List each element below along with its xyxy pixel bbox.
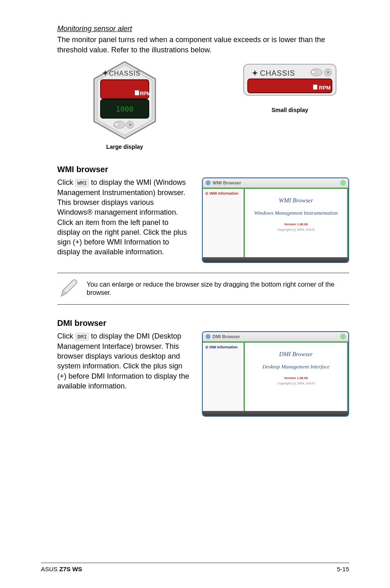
wmi-text: Click WMI to display the WMI (Windows Ma… [57,177,191,263]
footer-page-number: 5-15 [337,566,349,572]
svg-text:✦: ✦ [252,69,258,77]
sensor-alert-desc: The monitor panel turns red when a compo… [57,35,349,55]
svg-rect-2 [135,90,139,95]
svg-text:CHASSIS: CHASSIS [260,69,295,77]
wmi-right-title: WMI Browser [248,197,344,204]
svg-text:1000: 1000 [116,105,133,113]
dmi-text-after: to display the DMI (Desktop Management I… [57,332,189,390]
dmi-version: Version 1.00.00 [248,376,344,380]
svg-text:✦: ✦ [102,69,108,77]
note-section: You can enlarge or reduce the browser si… [57,273,349,305]
dmi-left-panel[interactable]: ⊞ DMI Information [203,343,244,411]
svg-rect-15 [312,71,316,73]
svg-text:✕: ✕ [128,122,132,127]
svg-rect-6 [114,123,119,126]
svg-text:RPM: RPM [319,85,331,91]
note-text: You can enlarge or reduce the browser si… [87,281,347,298]
wmi-window-footer[interactable] [203,257,348,262]
wmi-text-after: to display the WMI (Windows Management I… [57,178,187,256]
close-icon[interactable] [340,180,346,186]
dmi-window-titlebar: DMI Browser [203,332,348,341]
svg-rect-20 [313,85,317,90]
dmi-window-footer[interactable] [203,411,348,416]
close-icon[interactable] [340,334,346,339]
pencil-icon [59,279,78,298]
large-display-block: RPM 1000 ✕ ✦ CHASSIS Large display [90,59,159,150]
svg-point-21 [206,180,211,185]
footer-left: ASUS Z7S WS [41,566,82,572]
wmi-right-subtitle: Windows Management Instrumentation [248,210,344,217]
dmi-browser-window: DMI Browser ⊞ DMI Information DMI Browse… [202,331,349,417]
wmi-icon-button[interactable]: WMI [75,179,89,187]
svg-text:✕: ✕ [326,70,330,75]
dmi-right-subtitle: Desktop Management Interface [248,364,344,370]
large-display-caption: Large display [106,144,143,150]
dmi-browser-heading: DMI browser [57,319,349,328]
wmi-copyright: Copyright (c) 2004, ASUS [248,228,344,231]
wmi-click-text: Click [57,178,75,186]
displays-row: RPM 1000 ✕ ✦ CHASSIS Large display ✦ CHA… [57,59,349,150]
small-display-caption: Small display [271,107,308,113]
wmi-right-panel: WMI Browser Windows Management Instrumen… [244,189,348,257]
small-chassis-gauge: ✦ CHASSIS ✕ RPM [243,63,337,104]
wmi-left-panel[interactable]: ⊞ WMI Information [203,189,244,257]
svg-text:RPM: RPM [140,91,151,97]
large-chassis-gauge: RPM 1000 ✕ ✦ CHASSIS [90,59,159,141]
svg-point-22 [206,334,211,339]
wmi-window-titlebar: WMI Browser [203,178,348,188]
dmi-copyright: Copyright (c) 2004, ASUS [248,382,344,385]
dmi-right-title: DMI Browser [248,351,344,358]
dmi-text: Click DMI to display the DMI (Desktop Ma… [57,331,191,417]
sensor-alert-title: Monitoring sensor alert [57,25,349,33]
dmi-window-app-icon: DMI Browser [205,334,240,339]
wmi-browser-window: WMI Browser ⊞ WMI Information WMI Browse… [202,177,349,263]
wmi-browser-heading: WMI browser [57,165,349,174]
wmi-version: Version 1.00.00 [248,222,344,226]
dmi-section: Click DMI to display the DMI (Desktop Ma… [57,331,349,417]
dmi-right-panel: DMI Browser Desktop Management Interface… [244,343,348,411]
dmi-click-text: Click [57,332,75,340]
wmi-section: Click WMI to display the WMI (Windows Ma… [57,177,349,263]
dmi-icon-button[interactable]: DMI [75,333,89,341]
svg-text:CHASSIS: CHASSIS [109,70,140,77]
page-footer: ASUS Z7S WS 5-15 [41,563,349,572]
small-display-block: ✦ CHASSIS ✕ RPM Small display [243,63,337,150]
wmi-window-app-icon: WMI Browser [205,180,241,186]
